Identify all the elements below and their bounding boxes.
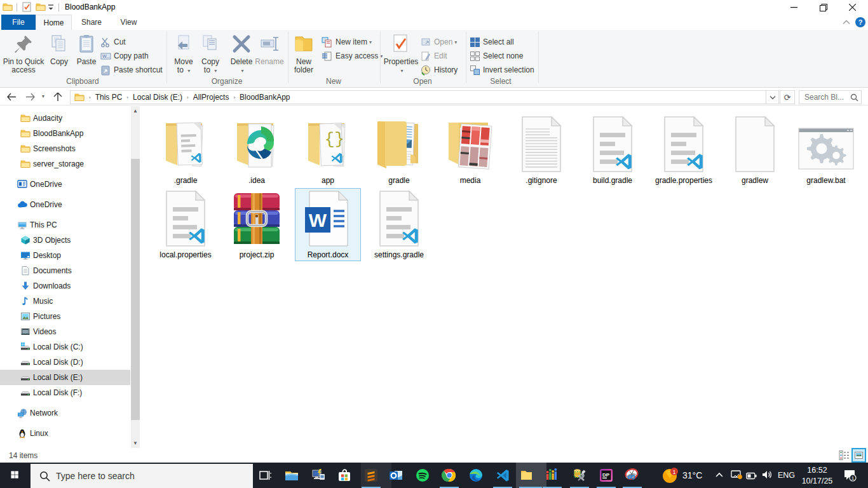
svg-text:DP: DP [602,472,610,478]
svg-text:W: W [309,210,327,231]
svg-text:W...: W... [102,54,110,58]
svg-text:?: ? [858,18,863,26]
svg-text:1: 1 [851,475,855,481]
svg-text:{}: {} [324,130,344,149]
svg-text:1: 1 [672,469,675,475]
